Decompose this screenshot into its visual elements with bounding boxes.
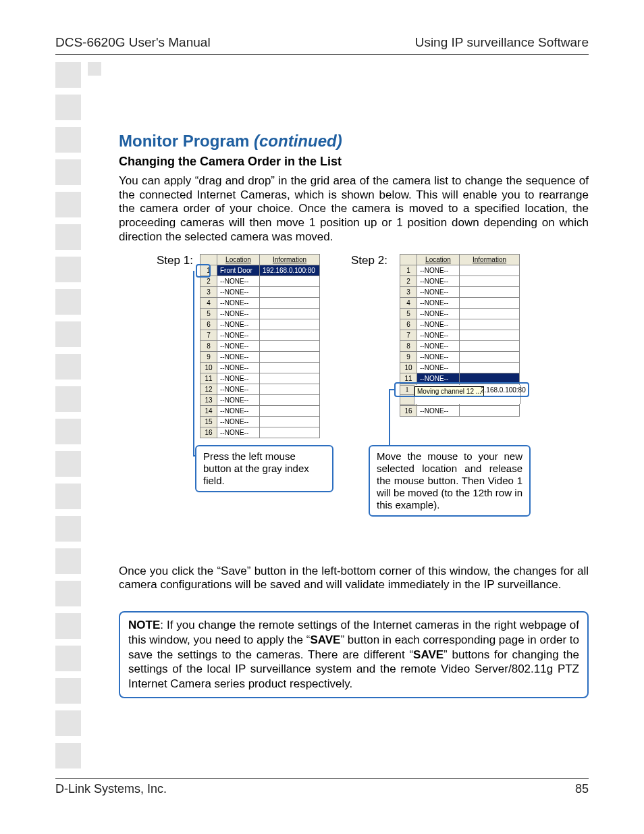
table-row[interactable]: 11--NONE-- — [400, 373, 520, 384]
step2-lead-h1 — [389, 389, 396, 390]
row-index[interactable]: 13 — [200, 394, 217, 405]
row-index[interactable]: 14 — [200, 405, 217, 416]
row-info — [260, 297, 320, 308]
row-index[interactable]: 16 — [400, 405, 417, 416]
row-index[interactable]: 5 — [400, 308, 417, 319]
table-row[interactable]: 13--NONE-- — [200, 394, 320, 405]
row-location: --NONE-- — [217, 330, 260, 340]
row-location: --NONE-- — [417, 286, 460, 297]
row-location: --NONE-- — [217, 405, 260, 416]
row-info — [460, 276, 520, 286]
row-info — [260, 286, 320, 297]
steps-figure: Step 1: Location Information 1Front Door… — [119, 254, 589, 544]
footer-left: D-Link Systems, Inc. — [55, 782, 167, 796]
row-index[interactable]: 9 — [200, 351, 217, 362]
table-row[interactable]: 1--NONE-- — [400, 265, 520, 276]
row-location: --NONE-- — [417, 340, 460, 351]
table-row[interactable]: 6--NONE-- — [200, 319, 320, 330]
row-location: --NONE-- — [417, 330, 460, 340]
note-box: NOTE: If you change the remote settings … — [119, 611, 589, 698]
row-info — [460, 308, 520, 319]
row-location: --NONE-- — [417, 276, 460, 286]
col-location: Location — [217, 254, 260, 265]
table-row[interactable]: 2--NONE-- — [400, 276, 520, 286]
row-location: --NONE-- — [417, 297, 460, 308]
row-index[interactable]: 7 — [200, 330, 217, 340]
row-index[interactable]: 11 — [200, 373, 217, 384]
col-location: Location — [417, 254, 460, 265]
paragraph-intro: You can apply “drag and drop” in the gri… — [119, 174, 589, 244]
row-info — [460, 405, 520, 416]
row-index[interactable]: 1 — [200, 265, 217, 276]
row-index[interactable]: 11 — [400, 373, 417, 384]
row-index[interactable]: 2 — [200, 276, 217, 286]
table-row[interactable]: 9--NONE-- — [400, 351, 520, 362]
row-location: --NONE-- — [217, 340, 260, 351]
row-index[interactable]: 16 — [200, 427, 217, 438]
row-location: --NONE-- — [217, 319, 260, 330]
row-index[interactable]: 6 — [200, 319, 217, 330]
row-index[interactable]: 15 — [200, 416, 217, 427]
table-row[interactable]: 9--NONE-- — [200, 351, 320, 362]
row-index[interactable]: 5 — [200, 308, 217, 319]
row-index[interactable]: 12 — [200, 384, 217, 394]
row-info — [460, 319, 520, 330]
table-row[interactable]: 4--NONE-- — [200, 297, 320, 308]
row-location: --NONE-- — [217, 276, 260, 286]
table-row[interactable]: 5--NONE-- — [200, 308, 320, 319]
row-index[interactable]: 3 — [400, 286, 417, 297]
table-row[interactable]: 4--NONE-- — [400, 297, 520, 308]
table-row[interactable]: 7--NONE-- — [200, 330, 320, 340]
table-row[interactable]: 15--NONE-- — [200, 416, 320, 427]
header-right: Using IP surveillance Software — [415, 35, 589, 50]
row-index[interactable]: 1 — [400, 265, 417, 276]
table-row[interactable]: 10--NONE-- — [200, 362, 320, 373]
row-index[interactable]: 2 — [400, 276, 417, 286]
section-title: Monitor Program (continued) — [119, 132, 589, 151]
table-row[interactable]: 12--NONE-- — [200, 384, 320, 394]
table-row[interactable]: 8--NONE-- — [400, 340, 520, 351]
decorative-squares — [55, 62, 109, 772]
table-row[interactable]: 14--NONE-- — [200, 405, 320, 416]
row-location: --NONE-- — [217, 416, 260, 427]
table-row[interactable]: 6--NONE-- — [400, 319, 520, 330]
table-row[interactable]: 16--NONE-- — [400, 405, 520, 416]
row-index[interactable]: 10 — [400, 362, 417, 373]
row-location: --NONE-- — [417, 351, 460, 362]
row-index[interactable]: 8 — [200, 340, 217, 351]
table-row[interactable]: 7--NONE-- — [400, 330, 520, 340]
row-info — [260, 308, 320, 319]
row-location: --NONE-- — [417, 319, 460, 330]
row-index[interactable]: 8 — [400, 340, 417, 351]
row-index[interactable]: 4 — [200, 297, 217, 308]
step2-label: Step 2: — [351, 254, 387, 267]
row-index[interactable]: 6 — [400, 319, 417, 330]
step1-label: Step 1: — [157, 254, 193, 267]
table-row[interactable]: 1Front Door192.168.0.100:80 — [200, 265, 320, 276]
row-index[interactable]: 9 — [400, 351, 417, 362]
drag-info-fragment: 2.168.0.100:80 — [481, 386, 526, 394]
paragraph-save: Once you click the “Save” button in the … — [119, 565, 589, 592]
row-info — [460, 373, 520, 384]
table-row[interactable]: 3--NONE-- — [200, 286, 320, 297]
row-info — [260, 351, 320, 362]
row-location: --NONE-- — [217, 297, 260, 308]
table-row[interactable]: 10--NONE-- — [400, 362, 520, 373]
table-row[interactable]: 2--NONE-- — [200, 276, 320, 286]
table-row[interactable]: 11--NONE-- — [200, 373, 320, 384]
camera-list-table-step1[interactable]: Location Information 1Front Door192.168.… — [200, 254, 320, 438]
row-info — [460, 297, 520, 308]
row-info — [260, 427, 320, 438]
row-info — [460, 265, 520, 276]
table-row[interactable]: 16--NONE-- — [200, 427, 320, 438]
table-row[interactable]: 8--NONE-- — [200, 340, 320, 351]
col-index — [400, 254, 417, 265]
row-info — [260, 276, 320, 286]
row-index[interactable]: 7 — [400, 330, 417, 340]
row-index[interactable]: 10 — [200, 362, 217, 373]
row-info — [260, 384, 320, 394]
table-row[interactable]: 3--NONE-- — [400, 286, 520, 297]
table-row[interactable]: 5--NONE-- — [400, 308, 520, 319]
row-index[interactable]: 4 — [400, 297, 417, 308]
row-index[interactable]: 3 — [200, 286, 217, 297]
